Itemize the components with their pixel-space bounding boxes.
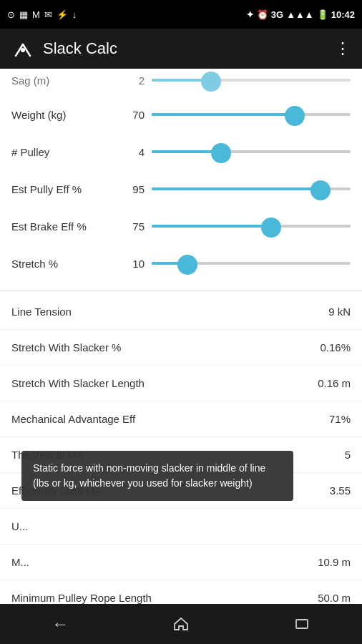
slider-label-brake-eff: Est Brake Eff %	[11, 220, 119, 233]
time-display: 10:42	[331, 9, 355, 20]
result-value-efficiency-loss: 3.55	[330, 484, 351, 497]
slider-label-pulley: # Pulley	[11, 146, 119, 158]
bluetooth-icon: ✦	[246, 9, 254, 20]
email-icon: ✉	[44, 9, 52, 20]
result-label-static-force: U...	[11, 520, 351, 532]
slider-track-pulley[interactable]	[152, 150, 351, 153]
slider-row-stretch: Stretch % 10	[0, 245, 362, 282]
result-row-min-rope: M... 10.9 m	[0, 545, 362, 580]
back-button[interactable]: ←	[39, 610, 82, 638]
result-label-min-rope: M...	[11, 556, 318, 568]
slider-value-weight: 70	[119, 109, 145, 121]
slider-value-brake-eff: 75	[119, 220, 145, 233]
result-row-min-pulley-rope: Minimum Pulley Rope Length 50.0 m	[0, 580, 362, 604]
result-label-stretch-slacker-len: Stretch With Slacker Length	[11, 377, 318, 389]
tooltip: Static force with non-moving slacker in …	[21, 451, 293, 501]
status-bar: ⊙ ▦ M ✉ ⚡ ↓ ✦ ⏰ 3G ▲▲▲ 🔋 10:42	[0, 0, 362, 29]
sliders-section: Sag (m) 2 Weight (kg) 70 # Pulley 4	[0, 69, 362, 288]
slider-value-pully-eff: 95	[119, 183, 145, 195]
result-value-stretch-slacker: 0.16%	[320, 341, 351, 353]
svg-rect-3	[296, 620, 308, 628]
slider-label-sag: Sag (m)	[11, 74, 119, 87]
slider-value-pulley: 4	[119, 146, 145, 158]
home-button[interactable]	[160, 610, 202, 638]
slider-row-brake-eff: Est Brake Eff % 75	[0, 208, 362, 245]
result-label-min-pulley-rope: Minimum Pulley Rope Length	[11, 592, 318, 604]
recents-button[interactable]	[280, 610, 323, 638]
signal-icon: ▲▲▲	[286, 9, 314, 20]
result-value-mech-adv-eff: 71%	[329, 413, 351, 425]
result-row-stretch-slacker: Stretch With Slacker % 0.16%	[0, 330, 362, 366]
main-content: Sag (m) 2 Weight (kg) 70 # Pulley 4	[0, 69, 362, 604]
results-section: Line Tension 9 kN Stretch With Slacker %…	[0, 294, 362, 604]
network-type: 3G	[271, 9, 283, 20]
app-title: Slack Calc	[43, 39, 326, 58]
result-value-line-tension: 9 kN	[328, 306, 351, 318]
slider-row-sag: Sag (m) 2	[0, 69, 362, 96]
overflow-menu-button[interactable]: ⋮	[335, 39, 351, 58]
result-row-mech-adv-eff: Mechanical Advantage Eff 71%	[0, 401, 362, 437]
lightning-icon: ⚡	[57, 9, 68, 20]
alarm-icon: ⊙	[7, 9, 15, 20]
result-label-line-tension: Line Tension	[11, 306, 328, 318]
result-value-min-rope: 10.9 m	[318, 556, 351, 568]
gmail-icon: M	[32, 9, 40, 20]
result-value-theoretical-ma: 5	[345, 449, 351, 461]
battery-icon: 🔋	[317, 9, 328, 20]
download-icon: ↓	[72, 9, 77, 20]
slider-label-weight: Weight (kg)	[11, 109, 119, 121]
slider-value-stretch: 10	[119, 258, 145, 270]
slider-track-pully-eff[interactable]	[152, 187, 351, 190]
nav-bar: ←	[0, 604, 362, 644]
svg-point-2	[21, 48, 25, 52]
result-row-static-force: U...	[0, 509, 362, 545]
slider-row-pulley: # Pulley 4	[0, 133, 362, 170]
slider-track-stretch[interactable]	[152, 262, 351, 265]
tooltip-text: Static force with non-moving slacker in …	[33, 462, 265, 489]
status-left: ⊙ ▦ M ✉ ⚡ ↓	[7, 9, 77, 20]
clock-icon: ⏰	[257, 9, 268, 20]
slider-label-stretch: Stretch %	[11, 258, 119, 270]
result-label-stretch-slacker: Stretch With Slacker %	[11, 341, 320, 353]
slider-row-pully-eff: Est Pully Eff % 95	[0, 170, 362, 208]
image-icon: ▦	[19, 9, 28, 20]
slider-label-pully-eff: Est Pully Eff %	[11, 183, 119, 195]
result-value-stretch-slacker-len: 0.16 m	[318, 377, 351, 389]
slider-track-sag[interactable]	[152, 79, 351, 82]
slider-track-brake-eff[interactable]	[152, 225, 351, 228]
result-label-mech-adv-eff: Mechanical Advantage Eff	[11, 413, 329, 425]
status-right: ✦ ⏰ 3G ▲▲▲ 🔋 10:42	[246, 9, 355, 20]
app-bar: Slack Calc ⋮	[0, 29, 362, 69]
app-icon	[11, 37, 34, 60]
result-row-stretch-slacker-len: Stretch With Slacker Length 0.16 m	[0, 366, 362, 401]
slider-row-weight: Weight (kg) 70	[0, 96, 362, 133]
result-row-line-tension: Line Tension 9 kN	[0, 294, 362, 330]
section-divider	[0, 291, 362, 291]
slider-track-weight[interactable]	[152, 113, 351, 116]
result-value-min-pulley-rope: 50.0 m	[318, 592, 351, 604]
slider-value-sag: 2	[119, 74, 145, 87]
